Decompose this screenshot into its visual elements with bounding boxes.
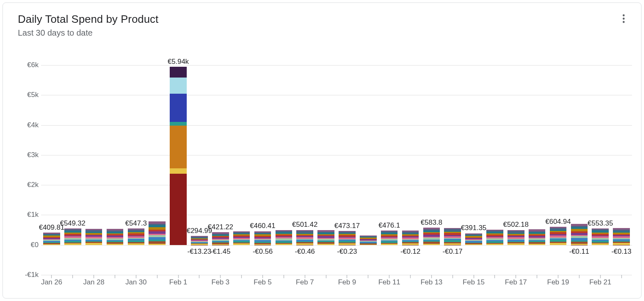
bar-positive-stack[interactable] bbox=[360, 235, 377, 245]
bar-positive-stack[interactable] bbox=[550, 227, 567, 245]
bar-column: €409.81 bbox=[41, 65, 62, 275]
bar-positive-stack[interactable] bbox=[486, 230, 503, 245]
bar-positive-stack[interactable] bbox=[381, 231, 398, 245]
bar-positive-stack[interactable] bbox=[254, 231, 271, 245]
y-tick-label: €6k bbox=[27, 61, 39, 69]
x-tick-label: Jan 26 bbox=[41, 278, 62, 286]
bar-column: €549.32 bbox=[62, 65, 83, 275]
bar-positive-stack[interactable] bbox=[43, 233, 60, 245]
y-axis-labels: -€1k€0€1k€2k€3k€4k€5k€6k bbox=[3, 65, 41, 275]
bar-positive-stack[interactable] bbox=[613, 228, 630, 245]
y-tick-label: €2k bbox=[27, 181, 39, 189]
bar-positive-stack[interactable] bbox=[339, 231, 356, 245]
bar-positive-stack[interactable] bbox=[128, 228, 145, 245]
bar-top-label: €421.22 bbox=[208, 223, 233, 231]
bar-segment bbox=[254, 245, 271, 245]
bar-column: -€0.12 bbox=[400, 65, 421, 275]
bar-top-label: €547.3 bbox=[125, 219, 147, 228]
bar-top-label: €583.8 bbox=[421, 218, 442, 227]
bar-negative-stack[interactable] bbox=[339, 245, 356, 245]
bar-positive-stack[interactable] bbox=[592, 228, 609, 245]
bar-top-label: €473.17 bbox=[334, 222, 360, 230]
plot-area: -€1k€0€1k€2k€3k€4k€5k€6k €409.81€549.32€… bbox=[3, 65, 641, 289]
bar-column bbox=[231, 65, 252, 275]
x-tick-label: Feb 11 bbox=[378, 278, 400, 286]
bar-positive-stack[interactable] bbox=[191, 236, 208, 245]
bar-positive-stack[interactable] bbox=[276, 230, 293, 245]
bar-positive-stack[interactable] bbox=[317, 230, 334, 245]
bar-positive-stack[interactable] bbox=[233, 231, 250, 245]
bar-negative-stack[interactable] bbox=[444, 245, 461, 245]
x-tick-label: Feb 15 bbox=[463, 278, 485, 286]
bar-positive-stack[interactable] bbox=[571, 224, 588, 245]
bar-negative-stack[interactable] bbox=[212, 245, 229, 245]
y-tick-label: €3k bbox=[27, 151, 39, 159]
bar-bottom-label: -€0.23 bbox=[337, 248, 357, 256]
bar-column: €604.94 bbox=[548, 65, 569, 275]
bar-positive-stack[interactable] bbox=[107, 229, 124, 245]
bar-segment bbox=[613, 245, 630, 245]
bar-column bbox=[273, 65, 294, 275]
bar-segment bbox=[170, 94, 187, 122]
bar-segment bbox=[339, 245, 356, 245]
bar-segment bbox=[465, 244, 482, 245]
bar-bottom-label: -€13.23 bbox=[188, 248, 212, 256]
bars-layer: €409.81€549.32€547.3€5.94k€294.99-€13.23… bbox=[41, 65, 632, 275]
bar-segment bbox=[317, 244, 334, 245]
bar-column: €460.41-€0.56 bbox=[252, 65, 273, 275]
x-tick-label: Feb 17 bbox=[505, 278, 527, 286]
y-tick-label: €1k bbox=[27, 211, 39, 219]
bar-bottom-label: -€0.56 bbox=[253, 248, 273, 256]
svg-point-2 bbox=[623, 21, 625, 23]
x-tick-label: Feb 13 bbox=[420, 278, 442, 286]
bar-segment bbox=[571, 245, 588, 245]
y-tick-label: €0 bbox=[31, 241, 39, 249]
bar-column: €473.17-€0.23 bbox=[337, 65, 358, 275]
bar-negative-stack[interactable] bbox=[191, 245, 208, 245]
bar-positive-stack[interactable] bbox=[296, 230, 313, 245]
bar-segment bbox=[592, 243, 609, 245]
bar-positive-stack[interactable] bbox=[465, 233, 482, 245]
bar-positive-stack[interactable] bbox=[423, 228, 440, 245]
bar-column bbox=[358, 65, 379, 275]
card-header: Daily Total Spend by Product Last 30 day… bbox=[3, 3, 641, 42]
bar-negative-stack[interactable] bbox=[402, 245, 419, 245]
bar-segment bbox=[423, 244, 440, 245]
x-tick-label: Feb 7 bbox=[296, 278, 314, 286]
bar-column: €476.1 bbox=[379, 65, 400, 275]
bar-column: €502.18 bbox=[505, 65, 527, 275]
more-options-button[interactable] bbox=[618, 13, 629, 24]
bar-segment bbox=[486, 244, 503, 245]
bar-negative-stack[interactable] bbox=[571, 245, 588, 245]
bar-column: €391.35 bbox=[463, 65, 484, 275]
bar-segment bbox=[170, 78, 187, 94]
x-tick-label: Feb 21 bbox=[589, 278, 611, 286]
bar-positive-stack[interactable] bbox=[529, 229, 546, 245]
bar-positive-stack[interactable] bbox=[402, 231, 419, 245]
bar-positive-stack[interactable] bbox=[149, 221, 166, 245]
bar-segment bbox=[360, 245, 377, 245]
bar-negative-stack[interactable] bbox=[613, 245, 630, 245]
bar-segment bbox=[550, 243, 567, 245]
bar-top-label: €604.94 bbox=[545, 218, 571, 226]
bar-top-label: €502.18 bbox=[503, 221, 529, 229]
bar-positive-stack[interactable] bbox=[444, 228, 461, 245]
bar-top-label: €409.81 bbox=[39, 223, 64, 232]
bar-segment bbox=[64, 243, 81, 245]
bar-segment bbox=[170, 126, 187, 168]
bar-positive-stack[interactable] bbox=[212, 232, 229, 245]
bar-segment bbox=[43, 244, 60, 245]
bar-positive-stack[interactable] bbox=[170, 67, 187, 245]
bar-segment bbox=[149, 237, 166, 240]
bar-segment bbox=[191, 245, 208, 245]
bar-negative-stack[interactable] bbox=[254, 245, 271, 245]
bar-positive-stack[interactable] bbox=[85, 229, 102, 245]
bar-column: €421.22-€1.45 bbox=[210, 65, 231, 275]
y-tick-label: €4k bbox=[27, 121, 39, 129]
bar-positive-stack[interactable] bbox=[507, 230, 524, 245]
bar-positive-stack[interactable] bbox=[64, 228, 81, 245]
bar-segment bbox=[85, 243, 102, 245]
x-tick-label: Feb 1 bbox=[169, 278, 187, 286]
bar-top-label: €549.32 bbox=[60, 219, 85, 228]
bar-negative-stack[interactable] bbox=[296, 245, 313, 245]
